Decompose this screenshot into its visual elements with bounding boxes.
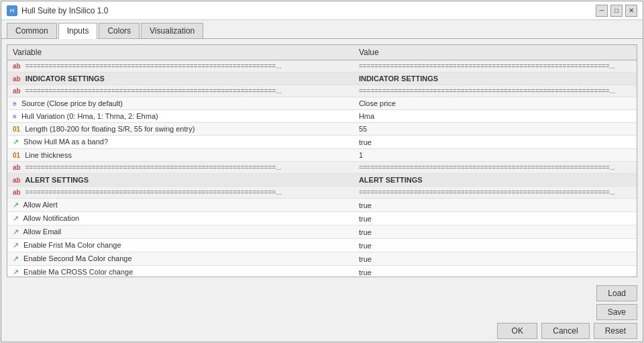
settings-table: Variable Value ab ======================…: [7, 45, 637, 277]
ok-cancel-reset-bar: OK Cancel Reset: [7, 323, 637, 339]
col-variable: Variable: [7, 45, 354, 60]
row-type-icon: ↗: [13, 201, 19, 209]
cell-variable: ↗ Enable Frist Ma Color change: [7, 239, 354, 252]
row-type-icon: ≡: [13, 113, 17, 120]
table-row: ab =====================================…: [7, 187, 637, 199]
cell-value: INDICATOR SETTINGS: [354, 72, 637, 85]
variable-text: Source (Close price by default): [19, 99, 123, 107]
variable-text: Length (180-200 for floating S/R, 55 for…: [23, 125, 195, 133]
table-row: ab =====================================…: [7, 60, 637, 72]
cancel-button[interactable]: Cancel: [541, 323, 589, 339]
title-bar: H Hull Suite by InSilico 1.0 ─ □ ✕: [1, 1, 643, 20]
cell-value: ALERT SETTINGS: [354, 174, 637, 187]
main-window: H Hull Suite by InSilico 1.0 ─ □ ✕ Commo…: [1, 1, 643, 342]
minimize-button[interactable]: ─: [596, 5, 608, 17]
variable-text: Enable Frist Ma Color change: [21, 241, 121, 249]
row-type-icon: 01: [13, 126, 20, 133]
bottom-buttons-row: Load Save: [7, 285, 637, 320]
window-title: Hull Suite by InSilico 1.0: [21, 6, 108, 15]
variable-text: ========================================…: [23, 62, 282, 70]
settings-table-container: Variable Value ab ======================…: [7, 44, 637, 277]
variable-text: Enable Ma CROSS Color change: [21, 268, 133, 276]
row-type-icon: ↗: [13, 214, 19, 223]
variable-text: ========================================…: [23, 189, 282, 196]
table-row: ↗ Enable Second Ma Color changetrue: [7, 252, 637, 266]
row-type-icon: ab: [13, 62, 21, 70]
variable-text: INDICATOR SETTINGS: [23, 75, 105, 83]
tab-common[interactable]: Common: [7, 23, 57, 38]
row-type-icon: ↗: [13, 228, 19, 236]
row-type-icon: ab: [13, 75, 21, 83]
cell-value: true: [354, 199, 637, 212]
tab-colors[interactable]: Colors: [99, 23, 140, 38]
row-type-icon: ↗: [13, 268, 19, 277]
table-row: ↗ Allow Notificationtrue: [7, 212, 637, 226]
table-row: ab =====================================…: [7, 162, 637, 174]
cell-variable: ↗ Allow Notification: [7, 212, 354, 226]
table-row: ↗ Enable Ma CROSS Color changetrue: [7, 266, 637, 278]
cell-variable: 01 Line thickness: [7, 149, 354, 162]
variable-text: ALERT SETTINGS: [23, 176, 89, 184]
cell-value: 1: [354, 149, 637, 162]
cell-value: ========================================…: [354, 187, 637, 199]
load-button[interactable]: Load: [596, 285, 637, 301]
col-value: Value: [354, 45, 637, 60]
cell-value: Close price: [354, 97, 637, 110]
variable-text: ========================================…: [23, 87, 282, 95]
cell-value: 55: [354, 123, 637, 136]
main-content: Variable Value ab ======================…: [1, 39, 643, 283]
tab-inputs[interactable]: Inputs: [58, 23, 98, 39]
ok-button[interactable]: OK: [497, 323, 537, 339]
variable-text: Show Hull MA as a band?: [21, 138, 108, 146]
cell-value: ========================================…: [354, 85, 637, 97]
tab-visualization[interactable]: Visualization: [141, 23, 203, 38]
cell-variable: ↗ Enable Second Ma Color change: [7, 252, 354, 266]
table-row: ab ALERT SETTINGSALERT SETTINGS: [7, 174, 637, 187]
cell-value: Hma: [354, 110, 637, 123]
row-type-icon: ↗: [13, 254, 19, 263]
variable-text: Allow Email: [21, 228, 61, 236]
variable-text: Allow Notification: [21, 214, 79, 222]
variable-text: ========================================…: [23, 164, 282, 171]
table-row: ↗ Allow Emailtrue: [7, 226, 637, 239]
cell-value: true: [354, 239, 637, 252]
cell-variable: ab INDICATOR SETTINGS: [7, 72, 354, 85]
cell-variable: ab =====================================…: [7, 187, 354, 199]
cell-variable: ↗ Show Hull MA as a band?: [7, 136, 354, 149]
title-bar-controls: ─ □ ✕: [596, 5, 637, 17]
cell-variable: ≡ Hull Variation (0: Hma, 1: Thma, 2: Eh…: [7, 110, 354, 123]
cell-variable: ab =====================================…: [7, 85, 354, 97]
table-row: 01 Line thickness1: [7, 149, 637, 162]
title-bar-left: H Hull Suite by InSilico 1.0: [7, 5, 108, 16]
row-type-icon: ab: [13, 164, 21, 171]
table-row: ≡ Source (Close price by default)Close p…: [7, 97, 637, 110]
variable-text: Line thickness: [23, 151, 72, 159]
table-row: ↗ Enable Frist Ma Color changetrue: [7, 239, 637, 252]
close-button[interactable]: ✕: [625, 5, 637, 17]
row-type-icon: ≡: [13, 100, 17, 107]
save-button[interactable]: Save: [596, 304, 637, 320]
cell-variable: ab ALERT SETTINGS: [7, 174, 354, 187]
load-save-area: Load Save: [596, 285, 637, 320]
table-row: ↗ Allow Alerttrue: [7, 199, 637, 212]
row-type-icon: 01: [13, 152, 20, 159]
reset-button[interactable]: Reset: [594, 323, 637, 339]
table-row: 01 Length (180-200 for floating S/R, 55 …: [7, 123, 637, 136]
cell-value: ========================================…: [354, 60, 637, 72]
row-type-icon: ↗: [13, 241, 19, 250]
cell-variable: 01 Length (180-200 for floating S/R, 55 …: [7, 123, 354, 136]
variable-text: Allow Alert: [21, 201, 58, 209]
app-icon: H: [7, 5, 17, 16]
variable-text: Hull Variation (0: Hma, 1: Thma, 2: Ehma…: [19, 112, 158, 120]
row-type-icon: ab: [13, 177, 21, 184]
table-row: ab =====================================…: [7, 85, 637, 97]
cell-variable: ≡ Source (Close price by default): [7, 97, 354, 110]
cell-value: true: [354, 226, 637, 239]
cell-value: true: [354, 212, 637, 226]
maximize-button[interactable]: □: [610, 5, 623, 17]
variable-text: Enable Second Ma Color change: [21, 254, 132, 262]
cell-value: true: [354, 136, 637, 149]
table-row: ab INDICATOR SETTINGSINDICATOR SETTINGS: [7, 72, 637, 85]
row-type-icon: ↗: [13, 138, 19, 146]
cell-variable: ↗ Allow Email: [7, 226, 354, 239]
